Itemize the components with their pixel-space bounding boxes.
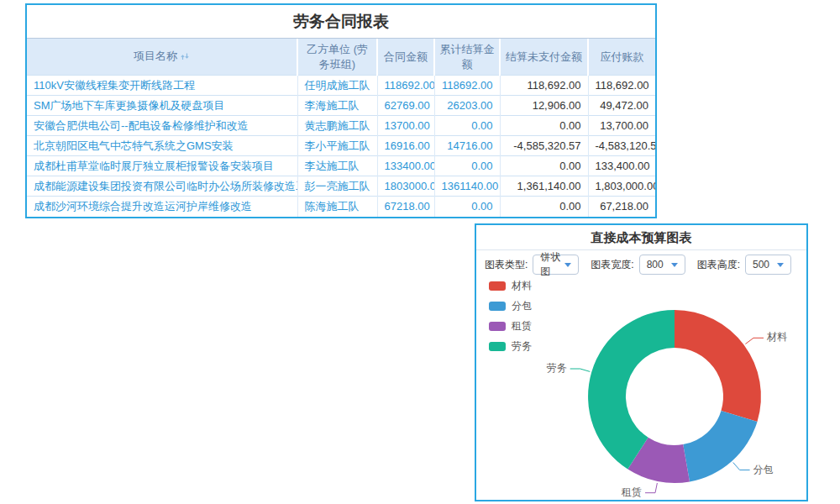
contract-amount-cell[interactable]: 67218.00 — [377, 197, 434, 217]
slice-label: 分包 — [753, 464, 774, 475]
unpaid-amount-cell: 0.00 — [500, 197, 588, 217]
contractor-cell[interactable]: 任明成施工队 — [297, 76, 377, 96]
slice-label: 租赁 — [621, 486, 642, 498]
payable-cell: 67,218.00 — [588, 197, 655, 217]
pie-slice-materials[interactable] — [675, 310, 761, 422]
label-leader-line — [645, 483, 657, 493]
legend-swatch-materials — [489, 281, 506, 291]
legend-item-materials[interactable]: 材料 — [489, 279, 532, 293]
settled-amount-cell[interactable]: 0.00 — [434, 156, 500, 176]
project-name-cell[interactable]: 成都杜甫草堂临时展厅独立展柜报警设备安装项目 — [27, 156, 297, 176]
project-name-cell[interactable]: 北京朝阳区电气中芯特气系统之GMS安装 — [27, 136, 297, 156]
slice-label: 劳务 — [547, 362, 567, 374]
page: 劳务合同报表 项目名称 乙方单位 (劳务班组) 合同金额 累计结算金额 结算未支… — [0, 0, 840, 504]
legend-item-subcontract[interactable]: 分包 — [489, 299, 532, 313]
settled-amount-cell[interactable]: 26203.00 — [434, 96, 500, 116]
legend-swatch-labor — [489, 342, 506, 351]
contractor-cell[interactable]: 李小平施工队 — [297, 136, 377, 156]
report-title: 劳务合同报表 — [27, 5, 655, 39]
chart-legend: 材料分包租赁劳务 — [489, 279, 532, 360]
sort-icon[interactable] — [181, 50, 190, 66]
unpaid-amount-cell: 0.00 — [500, 116, 588, 136]
contractor-cell[interactable]: 陈海施工队 — [297, 197, 377, 217]
label-leader-line — [570, 369, 591, 371]
settled-amount-cell[interactable]: 1361140.00 — [434, 176, 500, 197]
contractor-cell[interactable]: 黄志鹏施工队 — [297, 116, 377, 136]
col-header-project: 项目名称 — [27, 39, 297, 76]
settled-amount-cell[interactable]: 0.00 — [434, 116, 500, 136]
project-name-cell[interactable]: 成都沙河环境综合提升改造运河护岸维修改造 — [27, 197, 297, 217]
col-header-payable: 应付账款 — [588, 39, 655, 76]
slice-label: 材料 — [766, 331, 787, 343]
legend-item-rental[interactable]: 租赁 — [489, 319, 532, 333]
legend-swatch-subcontract — [489, 302, 506, 311]
payable-cell: 49,472.00 — [588, 96, 655, 116]
payable-cell: 13,700.00 — [588, 116, 655, 136]
unpaid-amount-cell: 12,906.00 — [500, 96, 588, 116]
table-row: 成都能源建设集团投资有限公司临时办公场所装修改造工程EPC彭一亮施工队18030… — [27, 176, 655, 197]
unpaid-amount-cell: 118,692.00 — [500, 76, 588, 96]
settled-amount-cell[interactable]: 14716.00 — [434, 136, 500, 156]
project-name-cell[interactable]: 安徽合肥供电公司--配电设备检修维护和改造 — [27, 116, 297, 136]
project-name-cell[interactable]: 成都能源建设集团投资有限公司临时办公场所装修改造工程EPC — [27, 176, 297, 197]
label-leader-line — [733, 463, 750, 470]
contractor-cell[interactable]: 彭一亮施工队 — [297, 176, 377, 197]
col-header-project-label: 项目名称 — [134, 50, 177, 62]
payable-cell: 133,400.00 — [588, 156, 655, 176]
legend-label: 分包 — [512, 299, 532, 313]
table-row: 成都沙河环境综合提升改造运河护岸维修改造陈海施工队67218.000.000.0… — [27, 197, 655, 217]
contractor-cell[interactable]: 李达施工队 — [297, 156, 377, 176]
legend-item-labor[interactable]: 劳务 — [489, 339, 532, 354]
legend-label: 劳务 — [512, 339, 532, 354]
unpaid-amount-cell: -4,585,320.57 — [500, 136, 588, 156]
contract-amount-cell[interactable]: 13700.00 — [377, 116, 434, 136]
col-header-contractor: 乙方单位 (劳务班组) — [297, 39, 377, 76]
legend-label: 租赁 — [512, 319, 532, 333]
unpaid-amount-cell: 1,361,140.00 — [500, 176, 588, 197]
payable-cell: 118,692.00 — [588, 76, 655, 96]
settled-amount-cell[interactable]: 0.00 — [434, 197, 500, 217]
pie-slice-subcontract[interactable] — [683, 411, 757, 482]
direct-cost-chart-card: 直接成本预算图表 图表类型: 饼状图 图表宽度: 800 图表高度: 500 材… — [475, 223, 808, 501]
legend-swatch-rental — [489, 322, 506, 331]
table-row: SM广场地下车库更换摄像机及硬盘项目李海施工队62769.0026203.001… — [27, 96, 655, 116]
contractor-cell[interactable]: 李海施工队 — [297, 96, 377, 116]
col-header-unpaid-amount: 结算未支付金额 — [500, 39, 588, 76]
col-header-settled-amount: 累计结算金额 — [434, 39, 500, 76]
contract-amount-cell[interactable]: 62769.00 — [377, 96, 434, 116]
contract-amount-cell[interactable]: 1803000.00 — [377, 176, 434, 197]
settled-amount-cell[interactable]: 118692.00 — [434, 76, 500, 96]
table-header-row: 项目名称 乙方单位 (劳务班组) 合同金额 累计结算金额 结算未支付金额 应付账… — [27, 39, 655, 76]
payable-cell: 1,803,000.00 — [588, 176, 655, 197]
labor-contract-report-card: 劳务合同报表 项目名称 乙方单位 (劳务班组) 合同金额 累计结算金额 结算未支… — [25, 3, 657, 218]
table-row: 安徽合肥供电公司--配电设备检修维护和改造黄志鹏施工队13700.000.000… — [27, 116, 655, 136]
legend-label: 材料 — [512, 279, 532, 293]
label-leader-line — [745, 338, 764, 344]
report-table-body: 110kV安徽线程集变开断线路工程任明成施工队118692.00118692.0… — [27, 76, 655, 217]
report-table: 项目名称 乙方单位 (劳务班组) 合同金额 累计结算金额 结算未支付金额 应付账… — [27, 39, 655, 217]
contract-amount-cell[interactable]: 16916.00 — [377, 136, 434, 156]
payable-cell: -4,583,120.57 — [588, 136, 655, 156]
project-name-cell[interactable]: SM广场地下车库更换摄像机及硬盘项目 — [27, 96, 297, 116]
table-row: 成都杜甫草堂临时展厅独立展柜报警设备安装项目李达施工队133400.000.00… — [27, 156, 655, 176]
col-header-contract-amount: 合同金额 — [377, 39, 434, 76]
table-row: 110kV安徽线程集变开断线路工程任明成施工队118692.00118692.0… — [27, 76, 655, 96]
donut-chart: 材料分包租赁劳务 — [476, 225, 806, 500]
contract-amount-cell[interactable]: 118692.00 — [377, 76, 434, 96]
unpaid-amount-cell: 0.00 — [500, 156, 588, 176]
project-name-cell[interactable]: 110kV安徽线程集变开断线路工程 — [27, 76, 297, 96]
contract-amount-cell[interactable]: 133400.00 — [377, 156, 434, 176]
table-row: 北京朝阳区电气中芯特气系统之GMS安装李小平施工队16916.0014716.0… — [27, 136, 655, 156]
